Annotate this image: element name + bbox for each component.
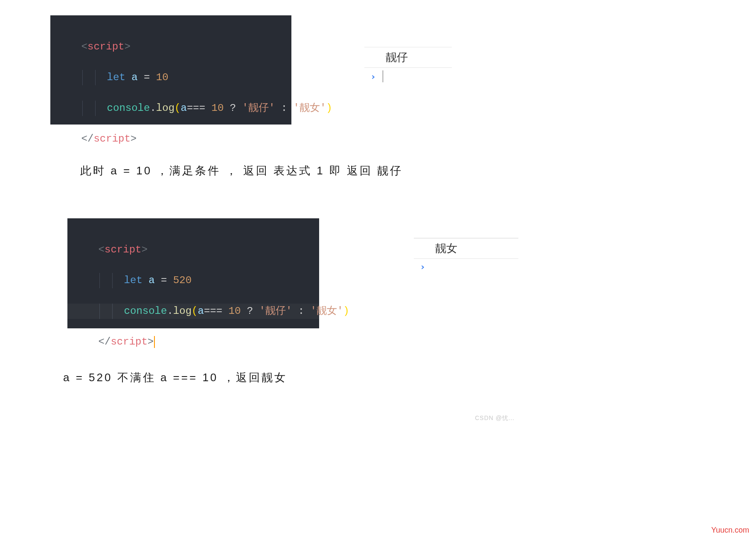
code-token: : <box>275 102 293 114</box>
code-token: script <box>105 244 141 255</box>
code-token: 10 <box>150 72 168 83</box>
code-token: console <box>107 102 150 114</box>
code-editor-2: <script> let a = 520 console.log(a=== 10… <box>67 218 319 328</box>
explanation-text-2: a = 520 不满住 a === 10 ，返回靓女 <box>63 370 287 385</box>
code-token: script <box>87 41 124 52</box>
code-token: </ <box>81 133 94 145</box>
code-token: '靓仔' <box>242 102 275 114</box>
code-token: a <box>142 275 161 286</box>
code-token: . <box>150 102 156 114</box>
code-token: '靓女' <box>294 102 326 114</box>
console-prompt[interactable]: › <box>364 68 452 85</box>
code-token: > <box>124 41 130 52</box>
yuucn-watermark: Yuucn.com <box>711 526 749 535</box>
code-token: ? <box>224 102 242 114</box>
code-token: </ <box>99 336 111 348</box>
code-token: 10 <box>211 102 224 114</box>
code-token: 520 <box>167 275 192 286</box>
code-token: let <box>107 72 125 83</box>
code-token: let <box>124 275 142 286</box>
code-token: === <box>187 102 212 114</box>
code-token: ( <box>174 102 180 114</box>
chevron-right-icon: › <box>370 71 376 82</box>
console-output-2: 靓女 › <box>414 238 518 275</box>
code-token: script <box>93 133 130 145</box>
code-token: > <box>131 133 137 145</box>
text-cursor-icon <box>383 70 383 82</box>
code-token: ) <box>343 305 349 317</box>
code-token: a <box>125 72 144 83</box>
code-token: ) <box>326 102 332 114</box>
csdn-watermark: CSDN @忧… <box>475 414 515 422</box>
code-token: = <box>161 275 167 286</box>
console-output-1: 靓仔 › <box>364 47 452 85</box>
code-token: < <box>99 244 105 255</box>
code-token: < <box>81 41 87 52</box>
code-token: > <box>141 244 147 255</box>
code-token: > <box>148 336 154 348</box>
console-prompt[interactable]: › <box>414 259 518 275</box>
text-cursor-icon <box>154 336 155 348</box>
code-token: a <box>180 102 186 114</box>
console-log-line: 靓女 <box>414 238 518 259</box>
code-editor-1: <script> let a = 10 console.log(a=== 10 … <box>50 15 291 125</box>
code-token: = <box>144 72 150 83</box>
console-log-line: 靓仔 <box>364 47 452 68</box>
code-token: script <box>110 336 147 348</box>
chevron-right-icon: › <box>420 261 425 272</box>
explanation-text-1: 此时 a = 10 ，满足条件 ， 返回 表达式 1 即 返回 靓仔 <box>80 163 403 178</box>
code-token: log <box>156 102 174 114</box>
